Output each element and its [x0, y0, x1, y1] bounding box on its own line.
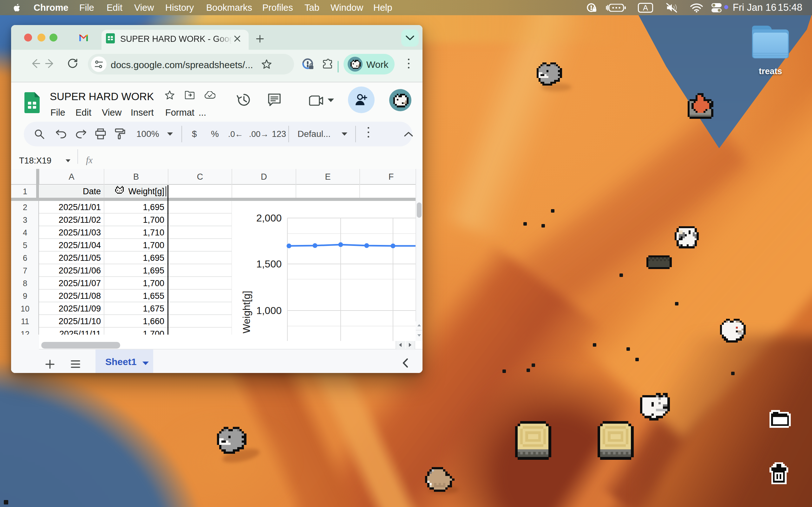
- svg-text:2,000: 2,000: [256, 212, 282, 224]
- svg-text:Weight[g]: Weight[g]: [241, 291, 252, 334]
- svg-text:1,500: 1,500: [256, 258, 282, 270]
- svg-text:1,000: 1,000: [256, 305, 282, 316]
